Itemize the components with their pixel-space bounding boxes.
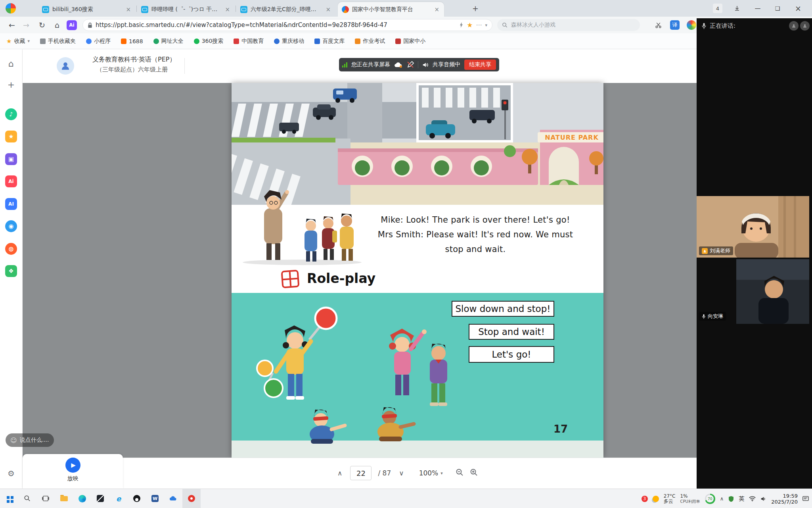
zoom-select[interactable]: 100% ▾	[419, 469, 443, 477]
video-feed-student[interactable]	[736, 259, 809, 324]
zoom-in-icon[interactable]	[470, 468, 478, 478]
globe-icon	[153, 38, 159, 44]
tray-expand-icon[interactable]: ∧	[720, 496, 724, 502]
tab-bilibili-search[interactable]: bilibili_360搜索 ×	[38, 2, 136, 17]
minimize-button[interactable]: —	[752, 4, 764, 13]
new-tab-button[interactable]: +	[470, 4, 481, 14]
tab-close-icon[interactable]: ×	[125, 6, 132, 13]
bookmark-1688[interactable]: 1688	[121, 38, 143, 44]
phrase-card-1[interactable]: Slow down and stop!	[452, 301, 554, 317]
capcut-button[interactable]	[91, 489, 109, 508]
video-feed-teacher[interactable]: 刘满老师	[697, 196, 809, 258]
back-icon[interactable]: ←	[6, 20, 17, 30]
dock-settings-gear-icon[interactable]: ⚙	[5, 468, 17, 479]
volume-icon[interactable]	[760, 496, 766, 502]
bookmark-star-icon[interactable]: ★	[467, 21, 473, 29]
search-icon	[502, 22, 508, 28]
document-icon	[314, 38, 320, 44]
quick-launch-icon[interactable]	[459, 22, 463, 28]
slide-page[interactable]: NATURE PARK Mike: Look! The park is over…	[232, 83, 603, 458]
bookmark-baidudoc[interactable]: 百度文库	[314, 38, 345, 45]
document-viewer: NATURE PARK Mike: Look! The park is over…	[23, 83, 697, 489]
clock-widget[interactable]: 19:59 2025/7/20	[771, 493, 798, 505]
ie-browser-button[interactable]: e	[109, 489, 128, 508]
home-icon[interactable]: ⌂	[52, 20, 63, 30]
tab-close-icon[interactable]: ×	[433, 6, 440, 13]
security-shield-icon[interactable]	[728, 496, 734, 502]
ai-assistant-button[interactable]: Ai	[67, 20, 77, 30]
bookmark-miniprogram[interactable]: 小程序	[86, 38, 111, 45]
dropdown-caret-icon[interactable]: ▾	[485, 23, 487, 28]
participant-avatar[interactable]	[789, 21, 799, 31]
dock-plugin-icon[interactable]: ❖	[5, 265, 17, 277]
edge-browser-button[interactable]	[73, 489, 91, 508]
qq-button[interactable]	[128, 489, 146, 508]
taskbar-search-button[interactable]	[18, 489, 36, 508]
theme-skin-icon[interactable]	[687, 20, 696, 30]
annotate-off-icon[interactable]	[407, 61, 414, 68]
bookmark-educhina[interactable]: 中国教育	[234, 38, 264, 45]
extension-count-badge[interactable]: 4	[713, 4, 722, 13]
bookmark-cqmobile[interactable]: 重庆移动	[274, 38, 304, 45]
phrase-card-2[interactable]: Stop and wait!	[469, 324, 554, 340]
dock-music-icon[interactable]: ♪	[5, 108, 17, 120]
stop-share-button[interactable]: 结束共享	[464, 60, 496, 70]
bookmark-favorites[interactable]: ★收藏▾	[6, 38, 30, 45]
dock-favorites-star-icon[interactable]: ★	[5, 131, 17, 142]
address-bar[interactable]: https://ppt.basic.smartedu.cn/#/view?cat…	[82, 19, 492, 31]
page-down-icon[interactable]: ∨	[397, 469, 405, 477]
cloud-doc-icon[interactable]	[394, 62, 403, 68]
participant-avatar[interactable]	[800, 21, 810, 31]
tab-bilibili-home[interactable]: 哔哩哔哩 (゜-゜)つロ 干杯~-... ×	[137, 2, 235, 17]
action-center-icon[interactable]	[802, 496, 809, 502]
dock-home-icon[interactable]: ⌂	[5, 58, 17, 69]
task-view-button[interactable]	[36, 489, 55, 508]
word-button[interactable]: W	[146, 489, 164, 508]
refresh-icon[interactable]: ↻	[36, 20, 48, 30]
browser-logo-icon[interactable]	[6, 3, 16, 13]
active-app-button[interactable]	[182, 489, 201, 508]
docs-cloud-button[interactable]	[164, 489, 182, 508]
more-actions-icon[interactable]: ⋯	[476, 21, 482, 29]
notification-count-badge[interactable]: 3	[642, 496, 648, 502]
close-button[interactable]: ×	[792, 4, 804, 13]
dock-add-icon[interactable]: +	[5, 79, 17, 90]
user-avatar[interactable]	[57, 57, 74, 75]
maximize-button[interactable]: ❑	[772, 4, 783, 13]
dock-gamepad-icon[interactable]: ◍	[5, 243, 17, 255]
tab-bilibili-video[interactable]: 六年级2单元C部分_哔哩哔哩_ ×	[236, 2, 335, 17]
phone-icon	[40, 38, 46, 44]
dock-ai-writer-icon[interactable]: Ai	[5, 175, 17, 187]
translate-icon[interactable]: 译	[670, 20, 680, 30]
forward-icon[interactable]: →	[21, 20, 32, 30]
phrase-card-3[interactable]: Let's go!	[469, 346, 554, 363]
ime-language-indicator[interactable]: 英	[739, 495, 744, 502]
zoom-out-icon[interactable]	[456, 468, 463, 478]
tab-title: 国家中小学智慧教育平台	[352, 6, 430, 13]
page-up-icon[interactable]: ∧	[336, 469, 344, 477]
bookmark-sites[interactable]: 网址大全	[153, 38, 184, 45]
chat-input[interactable]: ☺ 说点什么....	[6, 433, 54, 447]
file-explorer-button[interactable]	[55, 489, 73, 508]
weather-widget[interactable]: 27°C 多云	[664, 494, 676, 504]
bookmark-phone[interactable]: 手机收藏夹	[40, 38, 76, 45]
bookmark-360search[interactable]: 360搜索	[194, 38, 224, 45]
tab-close-icon[interactable]: ×	[224, 6, 231, 13]
dock-ai-assistant-icon[interactable]: AI	[5, 198, 17, 210]
present-play-button[interactable]: ▶	[65, 458, 80, 473]
screenshot-scissors-icon[interactable]	[653, 20, 663, 30]
downloads-icon[interactable]	[732, 4, 742, 13]
tab-close-icon[interactable]: ×	[325, 6, 331, 13]
bookmark-smartedu[interactable]: 国家中小	[395, 38, 425, 45]
page-number-input[interactable]: 22	[350, 466, 372, 480]
start-button[interactable]	[0, 489, 18, 508]
cpu-widget[interactable]: 1% CPU利用率	[680, 494, 700, 504]
bookmark-homework[interactable]: 作业考试	[355, 38, 385, 45]
miniprogram-icon	[86, 38, 92, 44]
tab-smartedu-active[interactable]: 国家中小学智慧教育平台 ×	[338, 2, 444, 17]
dock-chat-icon[interactable]: ◉	[5, 220, 17, 232]
browser-search-box[interactable]: 森林冰火人小游戏	[497, 19, 640, 31]
wifi-icon[interactable]	[749, 496, 756, 501]
dock-game-center-icon[interactable]: ▣	[5, 153, 17, 165]
microphone-icon	[701, 23, 707, 29]
